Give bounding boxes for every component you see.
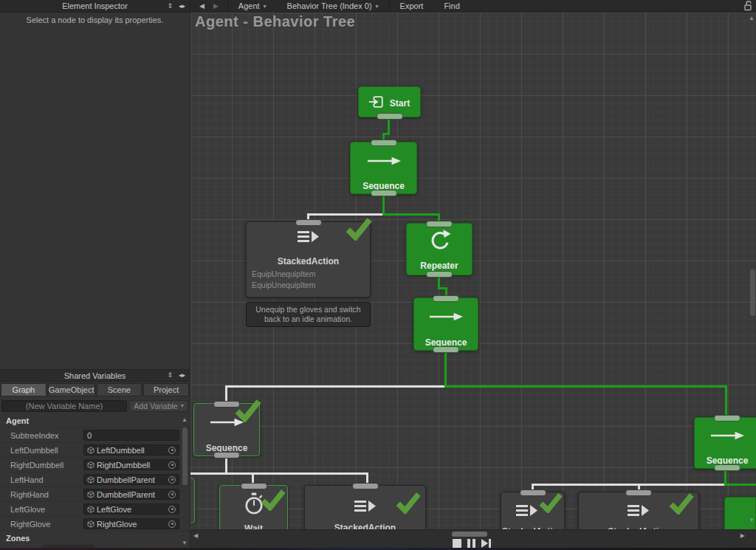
- variable-value: RightDumbbell: [97, 461, 166, 470]
- node-stackedaction[interactable]: StackedAction: [501, 492, 565, 529]
- node-sequence[interactable]: Sequence: [193, 403, 260, 456]
- variable-name: RightDumbbell: [10, 461, 83, 470]
- nav-forward-icon[interactable]: ▶: [213, 2, 219, 10]
- tree-select-dropdown[interactable]: Behavior Tree (Index 0) ▾: [277, 0, 389, 12]
- variable-group-header: Agent: [0, 414, 190, 428]
- sequence-arrow-icon: [428, 311, 464, 324]
- task-name: EquipUnequipItem: [247, 269, 370, 280]
- scroll-left-icon[interactable]: ◀: [193, 532, 198, 539]
- output-port[interactable]: [377, 113, 403, 120]
- nav-back-icon[interactable]: ◀: [199, 2, 205, 10]
- node-stackedaction[interactable]: StackedAction: [304, 485, 426, 529]
- input-port[interactable]: [433, 295, 459, 302]
- pane-resize-vertical-icon[interactable]: ⇕: [167, 372, 173, 379]
- object-picker-icon[interactable]: [168, 447, 176, 454]
- input-port[interactable]: [371, 140, 397, 146]
- variable-object-field[interactable]: LeftDumbbell: [83, 444, 179, 456]
- output-port[interactable]: [371, 190, 397, 196]
- node-label: Repeater: [420, 261, 458, 271]
- node-start[interactable]: Start: [358, 86, 421, 117]
- object-picker-icon[interactable]: [168, 506, 176, 513]
- variable-object-field[interactable]: LeftGlove: [83, 503, 179, 515]
- stop-button[interactable]: [453, 539, 461, 548]
- node-label: StackedAction: [334, 523, 396, 529]
- lock-icon[interactable]: [743, 1, 752, 14]
- variable-object-field[interactable]: RightDumbbell: [83, 459, 179, 470]
- scroll-down-icon[interactable]: ▼: [749, 517, 755, 523]
- tab-project[interactable]: Project: [143, 383, 189, 396]
- variable-object-field[interactable]: RightGlove: [83, 518, 179, 529]
- gameobject-icon: [87, 461, 94, 469]
- object-picker-icon[interactable]: [168, 476, 176, 484]
- node-sequence[interactable]: Sequence: [694, 417, 756, 469]
- graph-select-dropdown[interactable]: Agent ▾: [228, 0, 277, 12]
- variable-row: LeftGlove LeftGlove: [0, 502, 190, 517]
- node-comment: Unequip the gloves and switch back to an…: [246, 302, 371, 327]
- node-stackedaction[interactable]: StackedAction: [578, 492, 699, 529]
- node-partial[interactable]: [190, 478, 195, 523]
- pane-collapse-icon[interactable]: ◂▸: [179, 372, 185, 379]
- tab-gameobject[interactable]: GameObject: [48, 383, 95, 396]
- variable-name: LeftHand: [10, 475, 83, 484]
- variable-row: SubtreeIndex 0: [0, 428, 190, 443]
- canvas-vscrollbar-thumb[interactable]: [750, 269, 755, 316]
- scroll-down-icon[interactable]: ▼: [182, 540, 188, 546]
- shared-variables-header: Shared Variables ⇕ ◂▸: [0, 369, 190, 382]
- variable-name: LeftDumbbell: [10, 446, 83, 455]
- pane-resize-vertical-icon[interactable]: ⇕: [167, 3, 173, 10]
- variables-scrollbar-thumb[interactable]: [182, 427, 188, 485]
- output-port[interactable]: [714, 464, 740, 471]
- step-button[interactable]: [481, 539, 491, 548]
- canvas-bottom-bar: ◀ ▶: [190, 529, 756, 550]
- graph-canvas[interactable]: Agent - Behavior Tree: [190, 13, 756, 529]
- output-port[interactable]: [213, 452, 240, 458]
- variable-object-field[interactable]: DumbbellParent: [83, 474, 179, 485]
- shared-variables-title: Shared Variables: [64, 371, 126, 380]
- task-name: EquipUnequipItem: [247, 280, 370, 291]
- output-port[interactable]: [433, 346, 459, 353]
- canvas-hscrollbar-thumb[interactable]: [452, 532, 487, 537]
- node-wait[interactable]: Wait: [219, 485, 288, 529]
- gameobject-icon: [87, 476, 94, 484]
- inspector-panel: Select a node to display its properties.…: [0, 13, 190, 550]
- variable-value: LeftGlove: [97, 505, 166, 514]
- input-port[interactable]: [625, 489, 652, 496]
- scroll-right-icon[interactable]: ▶: [740, 532, 745, 539]
- node-sequence[interactable]: Sequence: [350, 142, 417, 194]
- object-picker-icon[interactable]: [168, 461, 176, 469]
- find-button[interactable]: Find: [433, 0, 470, 12]
- stacked-action-icon: [515, 503, 539, 520]
- scroll-up-icon[interactable]: ▲: [182, 416, 188, 423]
- entry-icon: [369, 95, 384, 111]
- input-port[interactable]: [714, 415, 740, 422]
- pane-collapse-icon[interactable]: ◂▸: [179, 3, 185, 10]
- output-port[interactable]: [426, 271, 453, 278]
- input-port[interactable]: [352, 483, 379, 489]
- export-button[interactable]: Export: [390, 0, 434, 12]
- stacked-action-icon: [297, 230, 320, 247]
- object-picker-icon[interactable]: [168, 520, 176, 528]
- tab-graph[interactable]: Graph: [1, 383, 47, 396]
- input-port[interactable]: [426, 221, 453, 227]
- graph-toolbar: ◀ ▶ Agent ▾ Behavior Tree (Index 0) ▾ Ex…: [190, 0, 756, 12]
- new-variable-input[interactable]: [1, 400, 127, 412]
- new-variable-row: Add Variable ▾: [0, 398, 190, 413]
- node-sequence[interactable]: Sequence: [413, 298, 478, 351]
- variable-object-field[interactable]: DumbbellParent: [83, 489, 179, 500]
- variable-value-field[interactable]: 0: [83, 430, 179, 441]
- node-repeater[interactable]: Repeater: [406, 223, 472, 275]
- success-check-icon: [346, 217, 372, 244]
- gameobject-icon: [87, 520, 94, 528]
- object-picker-icon[interactable]: [168, 491, 176, 498]
- node-partial[interactable]: [724, 497, 756, 529]
- node-stackedaction[interactable]: StackedAction EquipUnequipItem EquipUneq…: [246, 221, 371, 298]
- add-variable-button[interactable]: Add Variable ▾: [129, 400, 188, 412]
- inspector-empty-message: Select a node to display its properties.: [0, 13, 190, 24]
- scroll-up-icon[interactable]: ▲: [749, 15, 755, 21]
- chevron-down-icon: ▾: [376, 3, 379, 10]
- tab-scene[interactable]: Scene: [97, 383, 142, 396]
- toolbar: Element Inspector ⇕ ◂▸ ◀ ▶ Agent ▾ Behav…: [0, 0, 756, 13]
- input-port[interactable]: [295, 219, 322, 226]
- variable-value: DumbbellParent: [97, 490, 166, 499]
- pause-button[interactable]: [467, 539, 475, 548]
